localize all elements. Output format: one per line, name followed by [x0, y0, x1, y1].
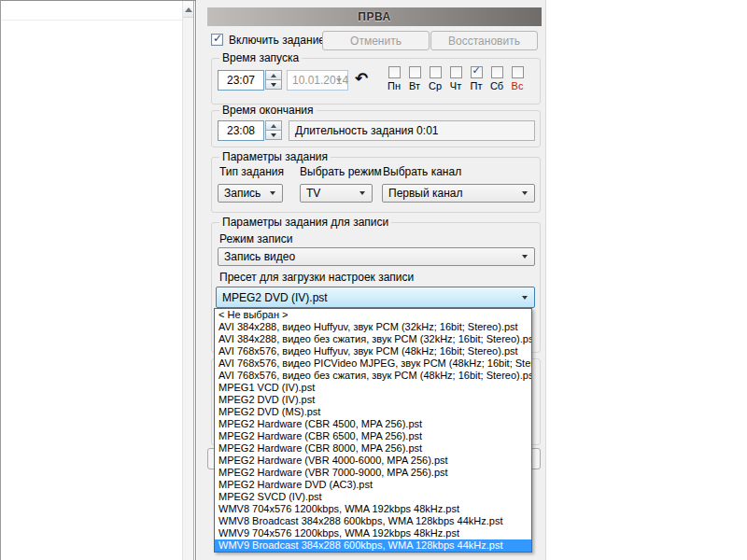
preset-option[interactable]: MPEG1 VCD (IV).pst	[215, 382, 531, 394]
start-time-spinner[interactable]	[265, 70, 282, 91]
preset-option[interactable]: MPEG2 Hardware (VBR 4000-6000, MPA 256).…	[215, 455, 531, 467]
start-time-group: Время запуска 23:07 10.01.2014 ↶ ПнВтСрЧ…	[211, 58, 541, 105]
preset-option[interactable]: MPEG2 Hardware (VBR 7000-9000, MPA 256).…	[215, 467, 531, 479]
end-time-group: Время окончания 23:08 Длительность задан…	[211, 110, 541, 147]
preset-dropdown-list[interactable]: < Не выбран >AVI 384x288, видео Huffyuv,…	[214, 308, 532, 553]
up-arrow-icon	[271, 124, 276, 128]
preset-option[interactable]: WMV8 Broadcast 384x288 600kbps, WMA 128k…	[215, 515, 531, 527]
weekday-column: Сб	[486, 66, 507, 91]
panel-title: ПРВА	[207, 7, 542, 26]
spin-down-button[interactable]	[265, 130, 282, 140]
enable-task-label: Включить задание	[229, 34, 325, 47]
weekday-column: Вт	[404, 66, 425, 91]
preset-option[interactable]: AVI 384x288, видео без сжатия, звук PCM …	[215, 333, 531, 345]
dropdown-arrow-icon	[359, 191, 365, 195]
channel-select[interactable]: Первый канал	[382, 184, 535, 203]
preset-option[interactable]: MPEG2 SVCD (IV).pst	[215, 491, 531, 503]
task-params-group-title: Параметры задания	[219, 151, 331, 163]
weekday-row: ПнВтСрЧт✓ПтСбВс	[384, 66, 528, 91]
weekday-checkbox[interactable]	[450, 66, 462, 78]
task-type-value: Запись	[224, 187, 261, 200]
up-arrow-icon	[271, 74, 276, 77]
task-params-group: Параметры задания Тип задания Выбрать ре…	[211, 157, 541, 213]
weekday-label: Ср	[429, 81, 442, 91]
preset-option[interactable]: WMV9 704x576 1200kbps, WMA 192kbps 48kHz…	[215, 527, 531, 539]
preset-label: Пресет для загрузки настроек записи	[219, 272, 414, 284]
weekday-checkbox[interactable]	[430, 66, 442, 78]
preset-option[interactable]: AVI 768x576, видео без сжатия, звук PCM …	[215, 370, 531, 382]
preset-value: MPEG2 DVD (IV).pst	[222, 291, 328, 304]
weekday-checkbox[interactable]: ✓	[471, 66, 483, 78]
duration-field: Длительность задания 0:01	[289, 120, 535, 141]
mode-value: TV	[306, 187, 320, 200]
weekday-label: Вс	[512, 81, 524, 91]
enable-task-row: ✓ Включить задание	[211, 33, 325, 47]
down-arrow-icon	[271, 133, 276, 137]
record-mode-value: Запись видео	[224, 250, 295, 263]
weekday-label: Сб	[490, 81, 503, 91]
preset-option[interactable]: AVI 768x576, видео PICVideo MJPEG, звук …	[215, 357, 531, 370]
check-icon: ✓	[472, 64, 481, 77]
start-date-select[interactable]: 10.01.2014	[287, 70, 348, 91]
dropdown-arrow-icon	[270, 191, 275, 195]
weekday-column: Пн	[384, 66, 404, 91]
weekday-checkbox[interactable]	[512, 66, 524, 78]
record-params-group-title: Параметры задания для записи	[219, 217, 391, 229]
up-arrow-icon	[185, 7, 192, 12]
preset-option[interactable]: MPEG2 Hardware (CBR 4500, MPA 256).pst	[215, 418, 531, 430]
preset-option[interactable]: MPEG2 DVD (MS).pst	[215, 406, 531, 418]
cancel-button[interactable]: Отменить	[322, 31, 430, 50]
task-type-select[interactable]: Запись	[218, 184, 283, 203]
preset-option[interactable]: < Не выбран >	[215, 309, 531, 321]
weekday-label: Вт	[409, 81, 420, 91]
scroll-up-button[interactable]	[183, 2, 193, 18]
end-time-group-title: Время окончания	[219, 105, 317, 117]
weekday-column: Вс	[507, 66, 528, 91]
check-icon: ✓	[213, 32, 222, 45]
weekday-column: Ср	[425, 66, 445, 91]
start-time-input[interactable]: 23:07	[218, 70, 264, 91]
preset-option[interactable]: MPEG2 Hardware (CBR 6500, MPA 256).pst	[215, 430, 531, 442]
enable-task-checkbox[interactable]: ✓	[211, 34, 223, 46]
end-time-spinner[interactable]	[265, 120, 282, 141]
dropdown-arrow-icon	[522, 296, 528, 300]
dropdown-arrow-icon	[522, 191, 528, 195]
dropdown-arrow-icon	[336, 78, 342, 82]
preset-select[interactable]: MPEG2 DVD (IV).pst	[216, 287, 535, 308]
list-scrollbar[interactable]	[182, 1, 194, 560]
dropdown-arrow-icon	[522, 255, 528, 259]
start-time-group-title: Время запуска	[219, 52, 302, 64]
preset-option[interactable]: MPEG2 Hardware (CBR 8000, MPA 256).pst	[215, 442, 531, 455]
weekday-column: Чт	[445, 66, 466, 91]
task-type-label: Тип задания	[219, 166, 284, 178]
mode-label: Выбрать режим	[300, 166, 382, 178]
restore-button[interactable]: Восстановить	[430, 31, 538, 50]
end-time-input[interactable]: 23:08	[218, 120, 264, 141]
weekday-label: Пн	[388, 81, 401, 91]
mode-select[interactable]: TV	[300, 184, 373, 203]
down-arrow-icon	[271, 83, 276, 87]
record-mode-select[interactable]: Запись видео	[218, 247, 535, 266]
preset-option[interactable]: MPEG2 DVD (IV).pst	[215, 394, 531, 406]
record-mode-label: Режим записи	[219, 233, 292, 245]
undo-icon[interactable]: ↶	[355, 71, 368, 86]
weekday-label: Чт	[450, 81, 461, 91]
weekday-label: Пт	[471, 81, 483, 91]
list-separator	[2, 20, 182, 21]
preset-option[interactable]: MPEG2 Hardware DVD (AC3).pst	[215, 479, 531, 491]
channel-value: Первый канал	[388, 187, 463, 200]
weekday-column: ✓Пт	[466, 66, 486, 91]
channel-label: Выбрать канал	[383, 166, 461, 178]
weekday-checkbox[interactable]	[388, 66, 401, 78]
preset-option[interactable]: WMV8 704x576 1200kbps, WMA 192kbps 48kHz…	[215, 503, 531, 515]
channel-list-panel	[0, 0, 196, 560]
weekday-checkbox[interactable]	[491, 66, 503, 78]
preset-option[interactable]: AVI 384x288, видео Huffyuv, звук PCM (32…	[215, 321, 531, 333]
spin-down-button[interactable]	[265, 79, 282, 90]
preset-option[interactable]: WMV9 Broadcast 384x288 600kbps, WMA 128k…	[215, 539, 531, 552]
preset-option[interactable]: AVI 768x576, видео Huffyuv, звук PCM (48…	[215, 345, 531, 357]
weekday-checkbox[interactable]	[409, 66, 421, 78]
